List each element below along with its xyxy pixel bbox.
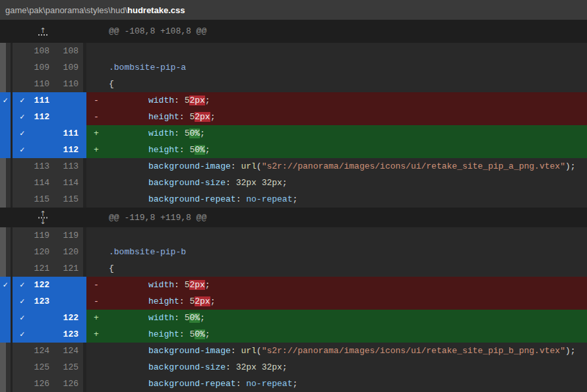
- old-line-number[interactable]: 121: [32, 260, 54, 277]
- old-line-number[interactable]: 110: [32, 76, 54, 92]
- new-line-number[interactable]: 115: [54, 191, 83, 208]
- old-line-number[interactable]: 111: [32, 92, 54, 109]
- new-line-number[interactable]: [54, 277, 83, 293]
- old-line-number[interactable]: 124: [32, 343, 54, 359]
- line-check-icon[interactable]: ✓: [20, 96, 24, 105]
- hunk-handle[interactable]: [0, 125, 11, 142]
- old-line-number[interactable]: 112: [32, 109, 54, 125]
- old-line-number[interactable]: 119: [32, 227, 54, 244]
- diff-line[interactable]: ✓112+height: 50%;: [0, 142, 587, 158]
- line-check[interactable]: [13, 43, 32, 59]
- old-line-number[interactable]: 114: [32, 175, 54, 191]
- new-line-number[interactable]: 114: [54, 175, 83, 191]
- hunk-handle[interactable]: [0, 191, 11, 208]
- new-line-number[interactable]: 110: [54, 76, 83, 92]
- hunk-handle[interactable]: [0, 158, 11, 175]
- new-line-number[interactable]: [54, 109, 83, 125]
- diff-line[interactable]: ✓112-height: 52px;: [0, 109, 587, 125]
- diff-line[interactable]: ✓123-height: 52px;: [0, 293, 587, 310]
- hunk-handle[interactable]: ✓: [0, 92, 11, 109]
- line-check[interactable]: [13, 175, 32, 191]
- old-line-number[interactable]: 108: [32, 43, 54, 59]
- diff-line[interactable]: 109109.bombsite-pip-a: [0, 59, 587, 76]
- old-line-number[interactable]: 115: [32, 191, 54, 208]
- line-check-icon[interactable]: ✓: [20, 128, 24, 138]
- line-check-icon[interactable]: ✓: [20, 313, 24, 323]
- hunk-check-icon[interactable]: ✓: [3, 280, 7, 290]
- diff-line[interactable]: 110110{: [0, 76, 587, 92]
- old-line-number[interactable]: 123: [32, 293, 54, 310]
- line-check-icon[interactable]: ✓: [20, 296, 24, 306]
- diff-line[interactable]: 108108: [0, 43, 587, 59]
- line-check[interactable]: ✓: [13, 125, 32, 142]
- hunk-handle[interactable]: [0, 109, 11, 125]
- old-line-number[interactable]: 109: [32, 59, 54, 76]
- hunk-handle[interactable]: [0, 59, 11, 76]
- diff-line[interactable]: 121121{: [0, 260, 587, 277]
- hunk-handle[interactable]: [0, 359, 11, 376]
- old-line-number[interactable]: [32, 125, 54, 142]
- hunk-handle[interactable]: [0, 260, 11, 277]
- new-line-number[interactable]: 126: [54, 376, 83, 392]
- line-check[interactable]: [13, 59, 32, 76]
- hunk-handle[interactable]: ✓: [0, 277, 11, 293]
- new-line-number[interactable]: 123: [54, 326, 83, 343]
- hunk-handle[interactable]: [0, 244, 11, 260]
- hunk-handle[interactable]: [0, 293, 11, 310]
- hunk-handle[interactable]: [0, 142, 11, 158]
- new-line-number[interactable]: 120: [54, 244, 83, 260]
- line-check-icon[interactable]: ✓: [20, 329, 24, 339]
- expand-up-down-icon[interactable]: ↑↓: [34, 211, 51, 225]
- hunk-handle[interactable]: [0, 227, 11, 244]
- line-check[interactable]: ✓: [13, 326, 32, 343]
- old-line-number[interactable]: [32, 310, 54, 326]
- diff-line[interactable]: 115115background-repeat: no-repeat;: [0, 191, 587, 208]
- diff-line[interactable]: 120120.bombsite-pip-b: [0, 244, 587, 260]
- old-line-number[interactable]: [32, 142, 54, 158]
- new-line-number[interactable]: 119: [54, 227, 83, 244]
- new-line-number[interactable]: 125: [54, 359, 83, 376]
- line-check[interactable]: [13, 191, 32, 208]
- new-line-number[interactable]: 108: [54, 43, 83, 59]
- new-line-number[interactable]: 112: [54, 142, 83, 158]
- line-check[interactable]: [13, 76, 32, 92]
- hunk-check-icon[interactable]: ✓: [3, 96, 7, 105]
- line-check[interactable]: [13, 260, 32, 277]
- line-check-icon[interactable]: ✓: [20, 145, 24, 155]
- old-line-number[interactable]: 125: [32, 359, 54, 376]
- new-line-number[interactable]: [54, 293, 83, 310]
- diff-line[interactable]: 114114background-size: 32px 32px;: [0, 175, 587, 191]
- line-check[interactable]: [13, 158, 32, 175]
- line-check[interactable]: ✓: [13, 293, 32, 310]
- new-line-number[interactable]: 121: [54, 260, 83, 277]
- hunk-handle[interactable]: [0, 76, 11, 92]
- old-line-number[interactable]: 113: [32, 158, 54, 175]
- new-line-number[interactable]: 109: [54, 59, 83, 76]
- diff-line[interactable]: ✓122+width: 50%;: [0, 310, 587, 326]
- line-check[interactable]: [13, 343, 32, 359]
- line-check[interactable]: ✓: [13, 142, 32, 158]
- line-check[interactable]: [13, 376, 32, 392]
- line-check[interactable]: ✓: [13, 109, 32, 125]
- hunk-handle[interactable]: [0, 43, 11, 59]
- diff-line[interactable]: ✓✓111-width: 52px;: [0, 92, 587, 109]
- line-check[interactable]: [13, 227, 32, 244]
- line-check-icon[interactable]: ✓: [20, 280, 24, 290]
- diff-line[interactable]: ✓123+height: 50%;: [0, 326, 587, 343]
- line-check[interactable]: ✓: [13, 92, 32, 109]
- new-line-number[interactable]: 111: [54, 125, 83, 142]
- diff-line[interactable]: 126126background-repeat: no-repeat;: [0, 376, 587, 392]
- old-line-number[interactable]: [32, 326, 54, 343]
- hunk-handle[interactable]: [0, 310, 11, 326]
- line-check[interactable]: [13, 359, 32, 376]
- diff-line[interactable]: 125125background-size: 32px 32px;: [0, 359, 587, 376]
- diff-line[interactable]: ✓✓122-width: 52px;: [0, 277, 587, 293]
- diff-line[interactable]: ✓111+width: 50%;: [0, 125, 587, 142]
- new-line-number[interactable]: [54, 92, 83, 109]
- hunk-handle[interactable]: [0, 343, 11, 359]
- line-check[interactable]: [13, 244, 32, 260]
- old-line-number[interactable]: 122: [32, 277, 54, 293]
- hunk-handle[interactable]: [0, 326, 11, 343]
- diff-line[interactable]: 119119: [0, 227, 587, 244]
- hunk-handle[interactable]: [0, 175, 11, 191]
